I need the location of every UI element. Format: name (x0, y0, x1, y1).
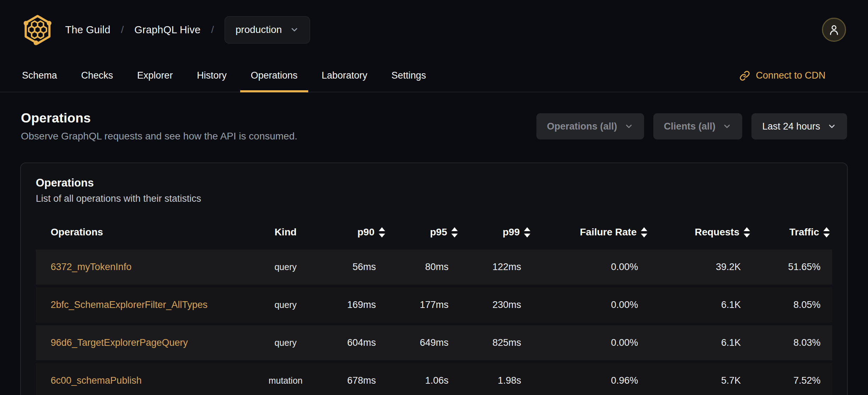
operations-table: Operations Kind p90 p95 p99 Failure Rate… (36, 215, 832, 395)
user-icon (828, 23, 840, 36)
column-header-operations: Operations (36, 227, 248, 238)
column-header-kind: Kind (248, 227, 323, 238)
p95-cell: 80ms (390, 262, 463, 273)
tab-label: Operations (251, 70, 298, 81)
filter-clients-all[interactable]: Clients (all) (653, 113, 743, 139)
traffic-cell: 51.65% (755, 262, 835, 273)
failure-rate-cell: 0.00% (535, 337, 652, 348)
operation-link[interactable]: 6c00_schemaPublish (51, 375, 142, 386)
p95-cell: 1.06s (390, 375, 463, 386)
failure-rate-cell: 0.00% (535, 262, 652, 273)
filters: Operations (all) Clients (all) Last 24 h… (536, 113, 847, 139)
filter-operations-all[interactable]: Operations (all) (536, 113, 644, 139)
p99-cell: 122ms (463, 262, 535, 273)
requests-cell: 5.7K (652, 375, 755, 386)
p90-cell: 169ms (323, 299, 390, 310)
column-header-p90[interactable]: p90 (323, 227, 390, 238)
breadcrumb-separator: / (121, 24, 124, 35)
p99-cell: 1.98s (463, 375, 535, 386)
traffic-cell: 8.05% (755, 299, 835, 310)
connect-to-cdn-label: Connect to CDN (756, 70, 825, 81)
filter-label: Clients (all) (664, 121, 716, 132)
link-icon (739, 70, 750, 81)
sort-arrows-icon (524, 227, 530, 237)
target-selector[interactable]: production (225, 16, 310, 44)
sort-arrows-icon (744, 227, 750, 237)
tab-label: Laboratory (322, 70, 367, 81)
traffic-cell: 8.03% (755, 337, 835, 348)
operations-card: Operations List of all operations with t… (20, 162, 848, 395)
chevron-down-icon (827, 122, 836, 131)
tab-schema[interactable]: Schema (11, 59, 68, 92)
page-header-text: Operations Observe GraphQL requests and … (21, 111, 297, 142)
operation-link[interactable]: 2bfc_SchemaExplorerFilter_AllTypes (51, 299, 208, 310)
p90-cell: 604ms (323, 337, 390, 348)
failure-rate-cell: 0.00% (535, 299, 652, 310)
filter-label: Last 24 hours (762, 121, 820, 132)
column-header-label: Requests (695, 227, 739, 238)
column-header-label: Failure Rate (580, 227, 637, 238)
requests-cell: 6.1K (652, 337, 755, 348)
column-header-p95[interactable]: p95 (390, 227, 463, 238)
p90-cell: 678ms (323, 375, 390, 386)
breadcrumb-separator: / (211, 24, 214, 35)
sort-arrows-icon (823, 227, 830, 237)
breadcrumb-org[interactable]: The Guild (65, 24, 111, 36)
chevron-down-icon (722, 122, 732, 131)
nav-spacer (436, 59, 739, 92)
main-nav: SchemaChecksExplorerHistoryOperationsLab… (0, 59, 868, 92)
table-header-row: Operations Kind p90 p95 p99 Failure Rate… (36, 215, 832, 250)
tab-label: Checks (81, 70, 113, 81)
tab-laboratory[interactable]: Laboratory (311, 59, 378, 92)
p99-cell: 825ms (463, 337, 535, 348)
column-header-traffic[interactable]: Traffic (755, 227, 835, 238)
column-header-label: Traffic (789, 227, 819, 238)
p99-cell: 230ms (463, 299, 535, 310)
tab-operations[interactable]: Operations (240, 59, 308, 92)
chevron-down-icon (624, 122, 633, 131)
breadcrumb: The Guild / GraphQL Hive / production (65, 16, 310, 44)
page-header: Operations Observe GraphQL requests and … (0, 111, 868, 142)
tab-label: Schema (22, 70, 57, 81)
column-header-label: Kind (275, 227, 297, 238)
table-body: 6372_myTokenInfo query 56ms 80ms 122ms 0… (36, 250, 832, 395)
top-bar: The Guild / GraphQL Hive / production (0, 0, 868, 59)
column-header-label: p95 (430, 227, 447, 238)
tab-checks[interactable]: Checks (71, 59, 124, 92)
chevron-down-icon (290, 25, 299, 34)
tab-explorer[interactable]: Explorer (126, 59, 184, 92)
p90-cell: 56ms (323, 262, 390, 273)
filter-label: Operations (all) (547, 121, 617, 132)
user-menu-button[interactable] (822, 18, 846, 42)
traffic-cell: 7.52% (755, 375, 835, 386)
tab-settings[interactable]: Settings (381, 59, 437, 92)
target-selector-value: production (236, 24, 282, 35)
hive-logo-icon[interactable] (22, 14, 53, 45)
column-header-requests[interactable]: Requests (652, 227, 755, 238)
sort-arrows-icon (451, 227, 458, 237)
nav-tabs: SchemaChecksExplorerHistoryOperationsLab… (11, 59, 436, 92)
column-header-label: p99 (503, 227, 520, 238)
table-row: 2bfc_SchemaExplorerFilter_AllTypes query… (36, 287, 832, 322)
breadcrumb-project[interactable]: GraphQL Hive (134, 24, 201, 36)
p95-cell: 177ms (390, 299, 463, 310)
p95-cell: 649ms (390, 337, 463, 348)
failure-rate-cell: 0.96% (535, 375, 652, 386)
sort-arrows-icon (379, 227, 385, 237)
tab-label: History (197, 70, 227, 81)
table-row: 96d6_TargetExplorerPageQuery query 604ms… (36, 325, 832, 360)
column-header-label: p90 (357, 227, 374, 238)
column-header-label: Operations (51, 227, 103, 238)
column-header-p99[interactable]: p99 (463, 227, 535, 238)
operation-link[interactable]: 96d6_TargetExplorerPageQuery (51, 337, 188, 348)
tab-label: Explorer (137, 70, 173, 81)
connect-to-cdn-button[interactable]: Connect to CDN (739, 59, 825, 92)
tab-history[interactable]: History (186, 59, 237, 92)
sort-arrows-icon (641, 227, 647, 237)
operation-link[interactable]: 6372_myTokenInfo (51, 262, 131, 272)
column-header-failure-rate[interactable]: Failure Rate (535, 227, 652, 238)
filter-last-24-hours[interactable]: Last 24 hours (751, 113, 847, 139)
kind-cell: mutation (248, 376, 323, 386)
page-title: Operations (21, 111, 297, 126)
requests-cell: 6.1K (652, 299, 755, 310)
